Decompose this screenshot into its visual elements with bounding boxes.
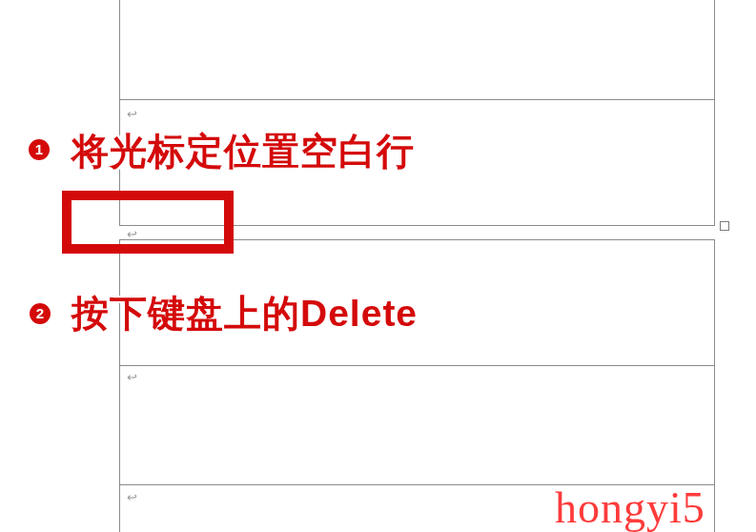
paragraph-mark-icon: ↩ bbox=[127, 370, 137, 385]
paragraph-mark-icon: ↩ bbox=[127, 490, 137, 505]
table-cell-top[interactable] bbox=[119, 0, 715, 101]
highlight-box bbox=[62, 191, 234, 254]
table-anchor-icon bbox=[720, 221, 729, 231]
callout-bullet-2: 2 bbox=[30, 303, 51, 324]
callout-text-2: 按下键盘上的Delete bbox=[72, 288, 418, 339]
callout-text-1: 将光标定位置空白行 bbox=[72, 126, 415, 177]
paragraph-mark-icon: ↩ bbox=[127, 107, 137, 122]
watermark-text: hongyi5 bbox=[555, 482, 705, 532]
callout-bullet-1: 1 bbox=[29, 139, 50, 160]
table-cell-bot[interactable] bbox=[119, 365, 715, 485]
canvas: ↩ ↩ ↩ ↩ 1 将光标定位置空白行 2 按下键盘上的Delete hongy… bbox=[0, 0, 756, 532]
